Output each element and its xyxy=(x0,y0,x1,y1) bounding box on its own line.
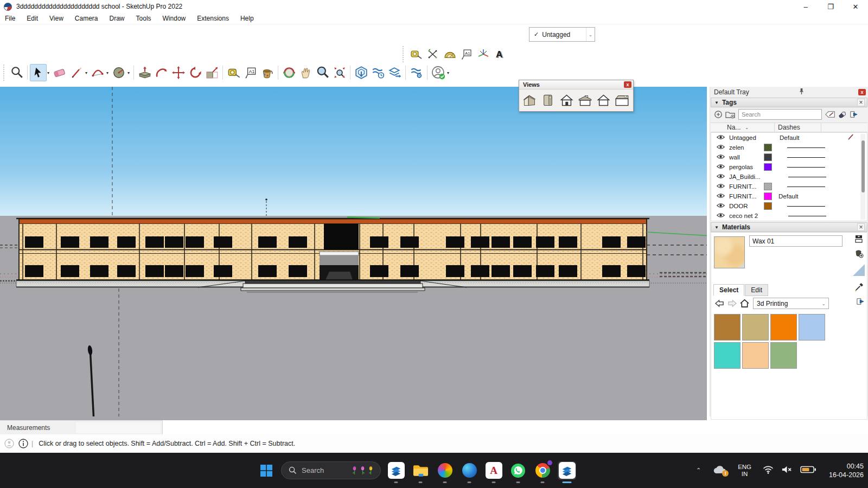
add-tag-folder-icon[interactable] xyxy=(724,109,736,120)
tags-section-header[interactable]: ▼ Tags × xyxy=(711,98,867,107)
column-name[interactable]: Na... xyxy=(727,124,741,131)
zoom-tool-icon[interactable] xyxy=(314,64,331,81)
pan-tool-icon[interactable] xyxy=(297,64,314,81)
materials-close-icon[interactable]: × xyxy=(857,223,865,231)
secondary-pane-icon[interactable] xyxy=(855,235,863,245)
visibility-eye-icon[interactable] xyxy=(716,212,729,220)
menu-file[interactable]: File xyxy=(5,15,15,22)
start-button[interactable] xyxy=(259,464,273,478)
tag-color-swatch[interactable] xyxy=(764,202,772,210)
select-tool-icon[interactable] xyxy=(30,64,47,81)
material-swatch[interactable] xyxy=(714,314,741,341)
whatsapp-icon[interactable] xyxy=(509,461,527,480)
tag-row[interactable]: FURNIT... Default xyxy=(711,191,867,201)
menu-extensions[interactable]: Extensions xyxy=(197,15,229,22)
tag-row[interactable]: JA_Buildi... xyxy=(711,172,867,182)
menu-window[interactable]: Window xyxy=(163,15,186,22)
view-front-button[interactable] xyxy=(557,91,576,110)
protractor-icon[interactable] xyxy=(441,46,458,63)
copilot-icon[interactable] xyxy=(436,461,454,480)
active-tag-combobox[interactable]: ✓ Untagged ⌄ xyxy=(529,27,595,42)
trimble-connect-icon[interactable] xyxy=(408,64,425,81)
tags-scrollbar[interactable] xyxy=(860,134,865,220)
view-back-button[interactable] xyxy=(594,91,612,110)
move-tool-icon[interactable] xyxy=(170,64,187,81)
tape-measure-icon[interactable] xyxy=(407,46,424,63)
zoom-window-icon[interactable] xyxy=(8,64,25,81)
scale-tool-icon[interactable] xyxy=(203,64,220,81)
dimension-icon[interactable] xyxy=(424,46,441,63)
edit-pencil-icon[interactable] xyxy=(847,133,855,143)
sort-chevron-icon[interactable]: ⌄ xyxy=(745,125,749,130)
toolbar-grip[interactable] xyxy=(3,65,6,81)
create-material-icon[interactable] xyxy=(854,249,864,260)
tab-edit[interactable]: Edit xyxy=(745,284,768,296)
sample-paint-corner[interactable] xyxy=(853,264,865,276)
geolocation-icon[interactable] xyxy=(4,439,14,448)
material-swatch[interactable] xyxy=(742,314,769,341)
tape-measure-icon[interactable] xyxy=(225,64,242,81)
rotate-tool-icon[interactable] xyxy=(187,64,203,81)
visibility-eye-icon[interactable] xyxy=(716,192,729,201)
view-left-button[interactable] xyxy=(612,91,631,110)
toolbar-grip[interactable] xyxy=(403,46,405,62)
tags-column-headers[interactable]: Na...⌄ Dashes xyxy=(711,123,867,132)
tag-color-swatch[interactable] xyxy=(764,144,772,151)
dash-style-preview[interactable] xyxy=(788,216,826,216)
share-model-icon[interactable] xyxy=(369,64,386,81)
text-icon[interactable]: A1 xyxy=(458,46,475,63)
scrollbar-thumb[interactable] xyxy=(861,140,865,192)
view-iso-button[interactable] xyxy=(520,91,539,110)
pin-icon[interactable] xyxy=(799,88,805,97)
tag-color-swatch[interactable] xyxy=(764,192,772,200)
column-dashes[interactable]: Dashes xyxy=(778,124,800,131)
material-preview[interactable] xyxy=(714,236,745,268)
dash-style-preview[interactable] xyxy=(787,167,825,168)
dash-style-preview[interactable] xyxy=(787,157,825,158)
follow-me-icon[interactable] xyxy=(153,64,170,81)
dash-style-preview[interactable] xyxy=(787,187,825,187)
push-pull-icon[interactable] xyxy=(136,64,153,81)
tray-close-button[interactable]: x xyxy=(858,89,866,95)
menu-help[interactable]: Help xyxy=(240,15,254,22)
circle-tool-icon[interactable] xyxy=(110,64,127,81)
onedrive-icon[interactable]: ! xyxy=(713,465,726,476)
measurements-input[interactable] xyxy=(76,422,161,433)
tag-row[interactable]: DOOR xyxy=(711,201,867,211)
tags-search-input[interactable] xyxy=(738,109,822,120)
edge-icon[interactable] xyxy=(460,461,478,480)
tray-chevron-icon[interactable]: ⌃ xyxy=(696,467,701,474)
visibility-eye-icon[interactable] xyxy=(716,153,729,162)
dash-style-preview[interactable] xyxy=(787,147,825,148)
add-tag-icon[interactable] xyxy=(712,109,724,120)
maximize-button[interactable]: ❐ xyxy=(818,0,843,13)
forward-arrow-icon[interactable] xyxy=(726,298,738,309)
text-tool-icon[interactable]: A1 xyxy=(242,64,259,81)
account-icon[interactable] xyxy=(430,64,446,81)
material-swatch[interactable] xyxy=(742,342,769,369)
3d-text-icon[interactable]: AA xyxy=(492,46,508,63)
language-indicator[interactable]: ENG IN xyxy=(738,464,751,478)
weather-widget-icon[interactable] xyxy=(352,466,376,476)
tag-color-swatch[interactable] xyxy=(764,163,772,171)
file-explorer-icon[interactable] xyxy=(411,461,430,480)
zoom-extents-icon[interactable] xyxy=(331,64,348,81)
visibility-eye-icon[interactable] xyxy=(716,202,729,210)
menu-view[interactable]: View xyxy=(49,15,63,22)
materials-section-header[interactable]: ▼ Materials × xyxy=(711,222,867,232)
taskbar-clock[interactable]: 00:45 16-04-2026 xyxy=(829,462,864,479)
purge-tags-icon[interactable] xyxy=(836,109,848,120)
publish-model-icon[interactable] xyxy=(386,64,403,81)
autocad-icon[interactable]: A xyxy=(484,461,503,480)
material-swatch[interactable] xyxy=(770,314,797,341)
view-top-button[interactable] xyxy=(539,91,557,110)
tab-select[interactable]: Select xyxy=(713,284,744,296)
eraser-icon[interactable] xyxy=(51,64,68,81)
tag-row[interactable]: pergolas xyxy=(711,162,867,172)
dash-style-preview[interactable] xyxy=(788,177,826,177)
menu-draw[interactable]: Draw xyxy=(110,15,125,22)
paint-bucket-icon[interactable] xyxy=(259,64,276,81)
axes-icon[interactable] xyxy=(475,46,492,63)
menu-tools[interactable]: Tools xyxy=(136,15,151,22)
back-arrow-icon[interactable] xyxy=(713,298,726,309)
